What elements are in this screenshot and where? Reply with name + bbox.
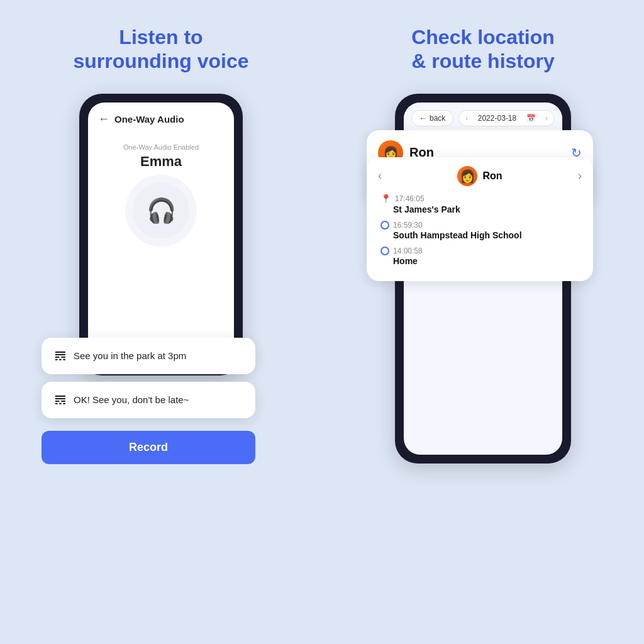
history-avatar-image: 👩 xyxy=(457,166,477,186)
pin-icon-0: 📍 xyxy=(380,194,391,204)
dot-icon-1 xyxy=(380,221,389,230)
history-item-2: 14:00:58 Home xyxy=(378,247,582,266)
back-nav-button[interactable]: ← back xyxy=(411,110,453,126)
transcript-text-1: See you in the park at 3pm xyxy=(74,350,186,361)
history-next-icon[interactable]: › xyxy=(578,169,582,182)
headphone-container: 🎧 xyxy=(88,182,234,239)
history-time-0: 📍 17:46:05 xyxy=(380,194,582,204)
left-chevron-icon: ‹ xyxy=(465,114,468,123)
right-panel: Check location & route history ← back ‹ … xyxy=(322,0,644,644)
transcript-card-1: 𝌋 See you in the park at 3pm xyxy=(42,338,255,374)
waveform-icon-1: 𝌋 xyxy=(54,348,66,364)
left-phone-screen: ← One-Way Audio One-Way Audio Enabled Em… xyxy=(88,103,234,367)
back-arrow-icon[interactable]: ← xyxy=(98,113,109,126)
record-button-container: Record xyxy=(42,431,255,464)
transcript-card-2: 𝌋 OK! See you, don't be late~ xyxy=(42,382,255,418)
history-card: ‹ 👩 Ron › 📍 17:46:05 St James's Park xyxy=(367,157,593,281)
record-button[interactable]: Record xyxy=(42,431,255,464)
history-place-1: South Hampstead High School xyxy=(380,230,582,240)
map-nav-bar: ← back ‹ 2022-03-18 📅 › xyxy=(404,103,562,131)
date-nav-button[interactable]: ‹ 2022-03-18 📅 › xyxy=(458,110,555,126)
history-nav: ‹ 👩 Ron › xyxy=(378,166,582,186)
back-label: back xyxy=(430,114,445,123)
audio-enabled-label: One-Way Audio Enabled xyxy=(88,143,234,151)
right-title: Check location & route history xyxy=(411,25,555,74)
audio-user-name: Emma xyxy=(88,153,234,170)
history-user-avatar: 👩 xyxy=(457,166,477,186)
history-user: 👩 Ron xyxy=(457,166,502,186)
left-phone: ← One-Way Audio One-Way Audio Enabled Em… xyxy=(79,94,243,375)
transcript-text-2: OK! See you, don't be late~ xyxy=(74,394,189,405)
history-user-name: Ron xyxy=(482,170,502,182)
history-place-0: St James's Park xyxy=(380,204,582,214)
back-arrow-left-icon: ← xyxy=(419,114,427,123)
history-place-2: Home xyxy=(380,256,582,266)
calendar-icon: 📅 xyxy=(526,114,536,123)
history-time-2: 14:00:58 xyxy=(380,247,582,255)
dot-icon-2 xyxy=(380,247,389,255)
history-time-1: 16:59:30 xyxy=(380,221,582,230)
history-item-1: 16:59:30 South Hampstead High School xyxy=(378,221,582,240)
left-panel: Listen to surrounding voice ← One-Way Au… xyxy=(0,0,322,644)
history-item-0: 📍 17:46:05 St James's Park xyxy=(378,194,582,214)
phone-header: ← One-Way Audio xyxy=(88,103,234,131)
right-chevron-icon: › xyxy=(545,114,548,123)
phone-screen-title: One-Way Audio xyxy=(114,114,184,125)
headphone-icon: 🎧 xyxy=(147,197,176,225)
headphone-outer-ring: 🎧 xyxy=(133,182,189,239)
date-value: 2022-03-18 xyxy=(478,114,516,123)
waveform-icon-2: 𝌋 xyxy=(54,392,66,408)
history-prev-icon[interactable]: ‹ xyxy=(378,169,382,182)
left-title: Listen to surrounding voice xyxy=(73,25,248,74)
